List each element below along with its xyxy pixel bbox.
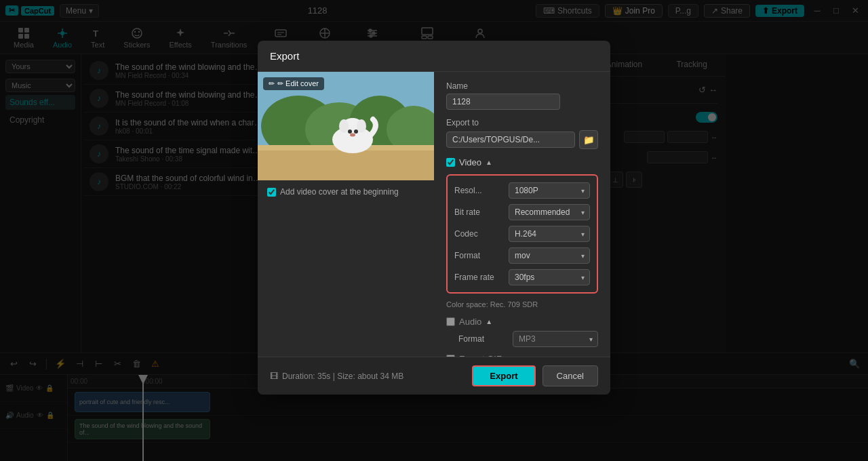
modal-footer: 🎞 Duration: 35s | Size: about 34 MB Expo…: [258, 357, 610, 395]
duration-size-text: Duration: 35s | Size: about 34 MB: [282, 372, 403, 381]
audio-format-select-wrap: MP3 AAC WAV: [513, 331, 598, 347]
resolution-select[interactable]: 720P 1080P 2K 4K: [509, 182, 590, 199]
modal-thumbnail: ✏ ✏ Edit cover: [258, 72, 434, 180]
resolution-label: Resol...: [454, 186, 509, 195]
modal-overlay: Export: [0, 0, 868, 461]
footer-info: 🎞 Duration: 35s | Size: about 34 MB: [270, 372, 403, 381]
svg-point-36: [350, 134, 355, 137]
audio-format-select[interactable]: MP3 AAC WAV: [513, 331, 598, 347]
export-to-label: Export to: [446, 118, 598, 127]
film-icon: 🎞: [270, 372, 278, 381]
audio-checkbox[interactable]: [446, 317, 455, 326]
audio-section-header: Audio ▲: [446, 317, 598, 327]
export-to-row: Export to 📁: [446, 118, 598, 149]
format-label: Format: [454, 251, 509, 260]
audio-section-title: Audio: [459, 317, 481, 327]
codec-select[interactable]: H.264 H.265 ProRes: [509, 226, 590, 242]
add-cover-checkbox[interactable]: [267, 188, 276, 197]
video-section-title: Video: [459, 157, 481, 167]
framerate-label: Frame rate: [454, 273, 509, 282]
modal-header: Export: [258, 41, 610, 72]
name-input[interactable]: [446, 94, 560, 110]
format-select-wrap: mov mp4: [509, 247, 590, 264]
modal-title: Export: [270, 50, 299, 62]
bitrate-row: Bit rate Low Medium Recommended High: [454, 204, 590, 220]
audio-format-row: Format MP3 AAC WAV: [458, 331, 598, 347]
export-gif-section: Export GIF ▲: [446, 354, 598, 357]
export-button[interactable]: Export: [472, 365, 535, 386]
codec-select-wrap: H.264 H.265 ProRes: [509, 226, 590, 242]
name-label: Name: [446, 81, 598, 91]
edit-icon: ✏: [269, 79, 275, 88]
edit-cover-button[interactable]: ✏ ✏ Edit cover: [263, 77, 324, 90]
video-checkbox[interactable]: [446, 158, 455, 167]
folder-button[interactable]: 📁: [579, 130, 598, 149]
video-section: Video ▲ Resol... 720P 1080P 2K 4K: [446, 157, 598, 308]
framerate-row: Frame rate 24fps 25fps 30fps 60fps: [454, 269, 590, 285]
edit-cover-label: ✏ Edit cover: [277, 79, 319, 88]
audio-chevron-icon[interactable]: ▲: [486, 318, 492, 325]
video-section-header: Video ▲: [446, 157, 598, 167]
video-options-box: Resol... 720P 1080P 2K 4K: [446, 174, 598, 294]
export-modal: Export: [258, 41, 610, 395]
audio-format-label: Format: [458, 334, 513, 344]
gif-chevron-icon[interactable]: ▲: [506, 355, 513, 357]
svg-point-32: [339, 119, 349, 133]
video-chevron-icon[interactable]: ▲: [486, 159, 492, 166]
bitrate-label: Bit rate: [454, 207, 509, 217]
modal-body: ✏ ✏ Edit cover Add video cover at the be…: [258, 72, 610, 357]
bitrate-select-wrap: Low Medium Recommended High: [509, 204, 590, 220]
modal-form-scroll: Name Export to 📁 Video ▲: [434, 72, 610, 357]
svg-point-35: [354, 129, 358, 134]
bitrate-select[interactable]: Low Medium Recommended High: [509, 204, 590, 220]
framerate-select[interactable]: 24fps 25fps 30fps 60fps: [509, 269, 590, 285]
export-to-input[interactable]: [446, 132, 575, 148]
codec-row: Codec H.264 H.265 ProRes: [454, 226, 590, 242]
footer-buttons: Export Cancel: [472, 365, 598, 386]
export-to-input-row: 📁: [446, 130, 598, 149]
resolution-select-wrap: 720P 1080P 2K 4K: [509, 182, 590, 199]
resolution-row: Resol... 720P 1080P 2K 4K: [454, 182, 590, 199]
framerate-select-wrap: 24fps 25fps 30fps 60fps: [509, 269, 590, 285]
cancel-button[interactable]: Cancel: [542, 365, 598, 386]
audio-section: Audio ▲ Format MP3 AAC WAV: [446, 317, 598, 347]
modal-preview: ✏ ✏ Edit cover Add video cover at the be…: [258, 72, 434, 357]
gif-checkbox[interactable]: [446, 355, 455, 357]
gif-title: Export GIF: [459, 354, 502, 357]
svg-point-34: [348, 129, 352, 134]
color-space-text: Color space: Rec. 709 SDR: [446, 300, 598, 308]
format-select[interactable]: mov mp4: [509, 247, 590, 264]
format-row: Format mov mp4: [454, 247, 590, 264]
codec-label: Codec: [454, 229, 509, 239]
svg-point-33: [357, 119, 366, 133]
add-cover-label: Add video cover at the beginning: [280, 187, 399, 197]
add-cover-row: Add video cover at the beginning: [258, 180, 434, 203]
name-row: Name: [446, 81, 598, 110]
